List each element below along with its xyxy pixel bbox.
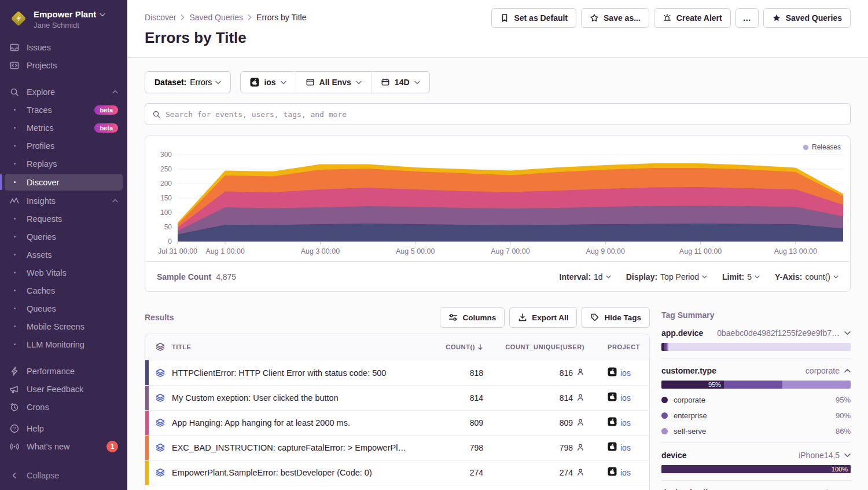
breadcrumb-separator-icon — [248, 14, 252, 20]
sidebar-item-llm-monitoring[interactable]: LLM Monitoring — [0, 335, 127, 353]
dataset-select[interactable]: Dataset: Errors — [145, 71, 231, 93]
tag-bar-segment[interactable] — [724, 381, 782, 389]
dot-icon — [661, 412, 668, 419]
row-project[interactable]: ios — [584, 467, 631, 478]
chevron-down-icon[interactable] — [844, 453, 851, 458]
sidebar-item-traces[interactable]: Traces beta — [0, 101, 127, 119]
tag-value[interactable]: 0baebc0de4982f1255f2e9e9fb7… — [717, 328, 840, 338]
tag-distribution-bar[interactable] — [661, 343, 851, 351]
yaxis-select[interactable]: Y-Axis: count() — [775, 272, 838, 281]
chevron-down-icon — [833, 275, 838, 279]
sidebar-item-performance[interactable]: Performance — [0, 362, 127, 380]
row-title[interactable]: EmpowerPlant.SampleError: bestDeveloper … — [172, 468, 417, 477]
tag-item-enterprise[interactable]: enterprise 90% — [661, 411, 851, 420]
tag-bar-segment[interactable]: 95% — [661, 381, 724, 389]
row-title[interactable]: EXC_BAD_INSTRUCTION: captureFatalError: … — [172, 443, 417, 452]
bullet-icon — [9, 109, 20, 111]
search-input[interactable] — [165, 110, 843, 119]
limit-select[interactable]: Limit: 5 — [722, 272, 760, 281]
sidebar-item-issues[interactable]: Issues — [0, 38, 127, 56]
svg-text:Jul 31 00:00: Jul 31 00:00 — [158, 247, 197, 255]
beta-badge: beta — [94, 105, 118, 115]
chevron-down-icon — [755, 275, 760, 279]
sidebar-group-insights[interactable]: Insights — [0, 192, 127, 210]
tag-item-self-serve[interactable]: self-serve 86% — [661, 427, 851, 436]
collapse-button[interactable]: Collapse — [0, 466, 127, 482]
sidebar-item-mobile-screens[interactable]: Mobile Screens — [0, 317, 127, 335]
sidebar-group-explore[interactable]: Explore — [0, 83, 127, 101]
sidebar-item-assets[interactable]: Assets — [0, 246, 127, 264]
row-project[interactable]: ios — [584, 367, 631, 379]
tag-distribution-bar[interactable]: 100% — [661, 465, 851, 473]
col-project[interactable]: PROJECT — [584, 343, 640, 350]
row-project[interactable]: ios — [584, 417, 631, 429]
saved-queries-button[interactable]: Saved Queries — [763, 8, 851, 28]
svg-text:Aug 13 00:00: Aug 13 00:00 — [774, 247, 817, 255]
project-filter[interactable]: ios — [241, 72, 295, 93]
create-alert-button[interactable]: Create Alert — [654, 8, 731, 28]
sidebar-item-queues[interactable]: Queues — [0, 299, 127, 317]
col-count-unique[interactable]: COUNT_UNIQUE(USER) — [505, 343, 584, 350]
event-stack-icon[interactable] — [149, 443, 172, 452]
row-project[interactable]: ios — [584, 392, 631, 404]
columns-button[interactable]: Columns — [440, 307, 505, 328]
event-stack-icon[interactable] — [149, 468, 172, 477]
org-switcher[interactable]: Empower Plant Jane Schmidt — [0, 8, 127, 38]
chart-panel: 050100150200250300Jul 31 00:00Aug 1 00:0… — [145, 136, 851, 292]
hide-tags-button[interactable]: Hide Tags — [582, 307, 650, 328]
sidebar-item-caches[interactable]: Caches — [0, 281, 127, 299]
sidebar-item-queries[interactable]: Queries — [0, 228, 127, 246]
sidebar-item-user-feedback[interactable]: User Feedback — [0, 380, 127, 398]
col-count[interactable]: COUNT() — [446, 343, 483, 350]
chevron-up-icon — [112, 199, 118, 203]
sidebar-item-replays[interactable]: Replays — [0, 155, 127, 173]
sidebar-item-crons[interactable]: Crons — [0, 398, 127, 416]
tag-item-corporate[interactable]: corporate 95% — [661, 396, 851, 404]
tag-value[interactable]: iPhone14,5 — [799, 451, 840, 460]
event-stack-icon[interactable] — [149, 368, 172, 378]
svg-text:Aug 3 00:00: Aug 3 00:00 — [301, 247, 340, 255]
chevron-up-icon[interactable] — [844, 368, 851, 373]
sidebar-item-metrics[interactable]: Metrics beta — [0, 119, 127, 137]
date-range-filter[interactable]: 14D — [371, 72, 429, 93]
chevron-down-icon[interactable] — [844, 331, 851, 335]
row-project[interactable]: ios — [584, 442, 631, 454]
sidebar-item-discover[interactable]: Discover — [5, 174, 123, 191]
user-icon — [576, 418, 584, 428]
chevron-down-icon — [702, 275, 707, 279]
set-as-default-button[interactable]: Set as Default — [491, 8, 576, 28]
environment-filter[interactable]: All Envs — [296, 72, 371, 93]
tag-value[interactable]: corporate — [806, 366, 840, 375]
row-title[interactable]: App Hanging: App hanging for at least 20… — [172, 418, 417, 427]
sample-count-value: 4,875 — [216, 272, 236, 281]
sidebar-item-profiles[interactable]: Profiles — [0, 137, 127, 155]
sidebar-item-web-vitals[interactable]: Web Vitals — [0, 264, 127, 281]
breadcrumb-saved-queries[interactable]: Saved Queries — [189, 13, 243, 22]
row-count: 814 — [470, 393, 483, 403]
sidebar-item-requests[interactable]: Requests — [0, 210, 127, 228]
sidebar-item-projects[interactable]: Projects — [0, 56, 127, 74]
breadcrumb-discover[interactable]: Discover — [145, 13, 176, 22]
display-select[interactable]: Display: Top Period — [626, 272, 707, 281]
user-icon — [576, 368, 584, 378]
row-title[interactable]: My Custom exeption: User clicked the but… — [172, 393, 417, 403]
more-options-button[interactable]: … — [735, 8, 759, 28]
series-color-bar — [145, 485, 149, 490]
tag-bar-segment[interactable] — [667, 343, 668, 351]
event-stack-icon[interactable] — [149, 418, 172, 427]
col-title[interactable]: TITLE — [172, 343, 417, 350]
sidebar-item-whats-new[interactable]: What's new 1 — [0, 437, 127, 455]
results-heading: Results — [145, 313, 174, 322]
row-count-unique: 809 — [560, 418, 584, 428]
export-all-button[interactable]: Export All — [509, 307, 577, 328]
row-title[interactable]: HTTPClientError: HTTP Client Error with … — [172, 368, 417, 378]
breadcrumb-separator-icon — [181, 14, 185, 20]
interval-select[interactable]: Interval: 1d — [560, 272, 611, 281]
sidebar-item-help[interactable]: ? Help — [0, 419, 127, 437]
tag-bar-segment[interactable]: 100% — [661, 465, 851, 473]
chart-legend-releases[interactable]: Releases — [803, 143, 841, 151]
save-as-button[interactable]: Save as... — [581, 8, 649, 28]
event-stack-icon[interactable] — [149, 393, 172, 403]
tag-distribution-bar[interactable]: 95% — [661, 381, 851, 389]
events-chart[interactable]: 050100150200250300Jul 31 00:00Aug 1 00:0… — [145, 142, 850, 259]
